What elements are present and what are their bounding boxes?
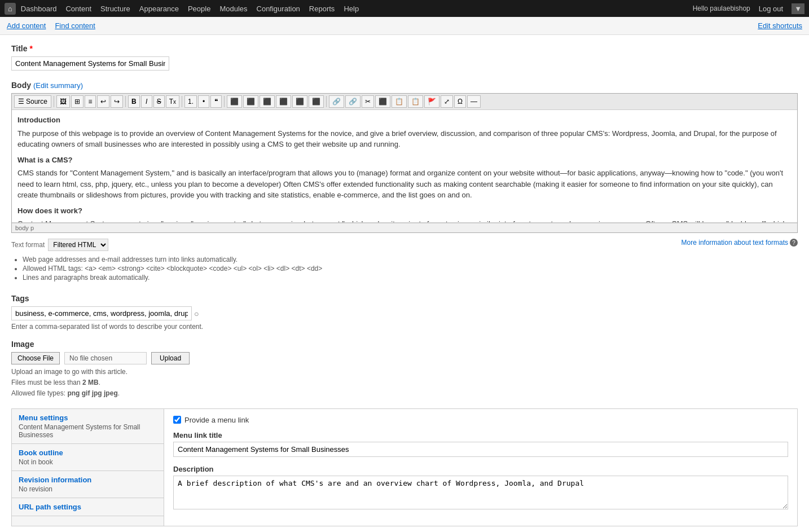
menu-settings-subtitle: Content Management Systems for Small Bus… (19, 423, 157, 439)
copy-button[interactable]: ⬛ (375, 95, 390, 108)
nav-help[interactable]: Help (340, 2, 363, 15)
align-right-button[interactable]: ⬛ (260, 95, 275, 108)
anchor-button[interactable]: 🚩 (424, 95, 439, 108)
title-label: Title * (11, 44, 798, 53)
book-outline-title[interactable]: Book outline (19, 449, 157, 457)
strikethrough-button[interactable]: S (153, 95, 165, 108)
align-center-button[interactable]: ⬛ (243, 95, 258, 108)
provide-menu-link-row: Provide a menu link (173, 416, 788, 424)
nav-left: ⌂ Dashboard Content Structure Appearance… (5, 2, 363, 15)
special-char-button[interactable]: Ω (454, 95, 466, 108)
nav-appearance[interactable]: Appearance (135, 2, 183, 15)
redo-button[interactable]: ↪ (111, 95, 123, 108)
image-button[interactable]: 🖼 (56, 95, 70, 108)
add-content-link[interactable]: Add content (7, 21, 46, 30)
image-hint-2: Files must be less than 2 MB. (11, 377, 798, 388)
source-icon: ☰ (18, 98, 24, 105)
image-hint-3: Allowed file types: png gif jpg jpeg. (11, 388, 798, 399)
choose-file-button[interactable]: Choose File (11, 352, 60, 364)
paste-text-button[interactable]: 📋 (408, 95, 423, 108)
editor-statusbar: body p (12, 223, 797, 232)
text-format-row: Text format Filtered HTML Full HTML Plai… (11, 236, 798, 285)
provide-menu-link-checkbox[interactable] (173, 416, 181, 424)
how-heading: How does it work? (17, 205, 792, 217)
book-outline-subtitle: Not in book (19, 458, 157, 466)
tags-input[interactable] (11, 306, 192, 320)
unlink-button[interactable]: 🔗 (345, 95, 360, 108)
nav-people[interactable]: People (184, 2, 214, 15)
text-format-label: Text format (11, 241, 45, 249)
source-button[interactable]: ☰ Source (14, 95, 51, 108)
right-panel: Provide a menu link Menu link title Desc… (164, 409, 797, 526)
menu-settings-title[interactable]: Menu settings (19, 414, 157, 422)
menu-settings-panel: Menu settings Content Management Systems… (12, 409, 164, 444)
editor-body[interactable]: Introduction The purpose of this webpage… (12, 110, 797, 223)
help-icon: ? (790, 239, 798, 247)
text-format-select[interactable]: Filtered HTML Full HTML Plain text (48, 239, 108, 251)
ordered-list-button[interactable]: 1. (184, 95, 197, 108)
format-hints: Web page addresses and e-mail addresses … (11, 256, 322, 283)
tags-hint: Enter a comma-separated list of words to… (11, 323, 798, 331)
nav-dropdown-btn[interactable]: ▼ (792, 3, 804, 14)
align-left-button[interactable]: ⬛ (227, 95, 242, 108)
tags-clear-icon[interactable]: ○ (194, 309, 199, 318)
indent-decrease-button[interactable]: ⬛ (292, 95, 307, 108)
tags-label: Tags (11, 294, 798, 303)
italic-button[interactable]: I (141, 95, 152, 108)
align-justify-button[interactable]: ⬛ (276, 95, 291, 108)
description-group: Description A brief description of what … (173, 465, 788, 511)
toolbar-sep-5 (326, 96, 327, 107)
toolbar-sep-4 (224, 96, 225, 107)
title-input[interactable] (11, 56, 169, 71)
upload-button[interactable]: Upload (151, 352, 190, 364)
what-text: CMS stands for "Content Management Syste… (17, 168, 792, 201)
url-path-title[interactable]: URL path settings (19, 503, 157, 511)
image-hint-1: Upload an image to go with this article. (11, 367, 798, 377)
description-textarea[interactable]: A brief description of what CMS's are an… (173, 476, 788, 509)
link-button[interactable]: 🔗 (329, 95, 344, 108)
remove-format-button[interactable]: Tx (166, 95, 179, 108)
menu-link-title-label: Menu link title (173, 431, 788, 439)
top-nav: ⌂ Dashboard Content Structure Appearance… (0, 0, 809, 17)
edit-summary-link[interactable]: (Edit summary) (33, 81, 83, 90)
nav-dashboard[interactable]: Dashboard (17, 2, 61, 15)
nav-configuration[interactable]: Configuration (253, 2, 304, 15)
unordered-list-button[interactable]: • (198, 95, 209, 108)
bold-button[interactable]: B (128, 95, 140, 108)
table-button[interactable]: ⊞ (71, 95, 83, 108)
home-icon[interactable]: ⌂ (5, 3, 16, 15)
blockquote-button[interactable]: ❝ (210, 95, 222, 108)
paste-button[interactable]: 📋 (392, 95, 407, 108)
nav-content[interactable]: Content (61, 2, 95, 15)
main-content: Title * Body (Edit summary) ☰ Source 🖼 ⊞… (0, 35, 809, 532)
indent-increase-button[interactable]: ⬛ (309, 95, 324, 108)
tags-section: Tags ○ Enter a comma-separated list of w… (11, 294, 798, 331)
body-label: Body (Edit summary) (11, 81, 798, 90)
provide-menu-link-label: Provide a menu link (184, 416, 249, 424)
left-panel: Menu settings Content Management Systems… (12, 409, 164, 526)
url-path-panel: URL path settings (12, 498, 164, 516)
logout-link[interactable]: Log out (755, 2, 787, 15)
list-button[interactable]: ≡ (85, 95, 96, 108)
nav-structure[interactable]: Structure (96, 2, 134, 15)
revision-info-subtitle: No revision (19, 485, 157, 493)
nav-reports[interactable]: Reports (305, 2, 339, 15)
horizontal-rule-button[interactable]: — (467, 95, 481, 108)
undo-button[interactable]: ↩ (97, 95, 109, 108)
find-content-link[interactable]: Find content (55, 21, 95, 30)
menu-link-title-input[interactable] (173, 442, 788, 457)
intro-heading: Introduction (17, 115, 792, 126)
more-info-link[interactable]: More information about text formats ? (682, 239, 798, 247)
cut-button[interactable]: ✂ (362, 95, 374, 108)
revision-info-title[interactable]: Revision information (19, 476, 157, 484)
title-required: * (29, 44, 32, 53)
nav-modules[interactable]: Modules (216, 2, 251, 15)
maximize-button[interactable]: ⤢ (441, 95, 453, 108)
bottom-panels: Menu settings Content Management Systems… (11, 408, 798, 526)
toolbar-sep-1 (54, 96, 54, 107)
edit-shortcuts-link[interactable]: Edit shortcuts (758, 21, 802, 30)
secondary-nav: Add content Find content Edit shortcuts (0, 17, 809, 35)
image-hints: Upload an image to go with this article.… (11, 367, 798, 399)
revision-info-panel: Revision information No revision (12, 471, 164, 498)
intro-text: The purpose of this webpage is to provid… (17, 128, 792, 150)
